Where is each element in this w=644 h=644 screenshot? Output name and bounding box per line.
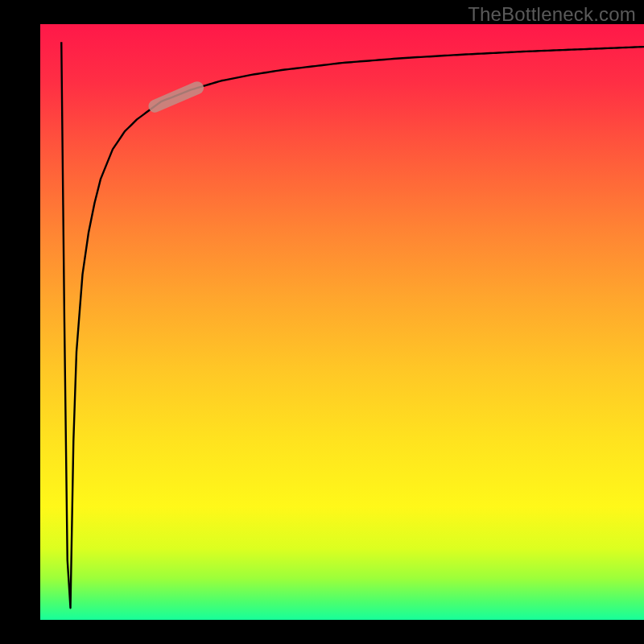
curve-layer [40, 24, 644, 620]
bottleneck-curve [61, 42, 644, 608]
curve-highlight-pill [155, 88, 198, 106]
watermark-text: TheBottleneck.com [468, 3, 636, 26]
chart-container: TheBottleneck.com [0, 0, 644, 644]
